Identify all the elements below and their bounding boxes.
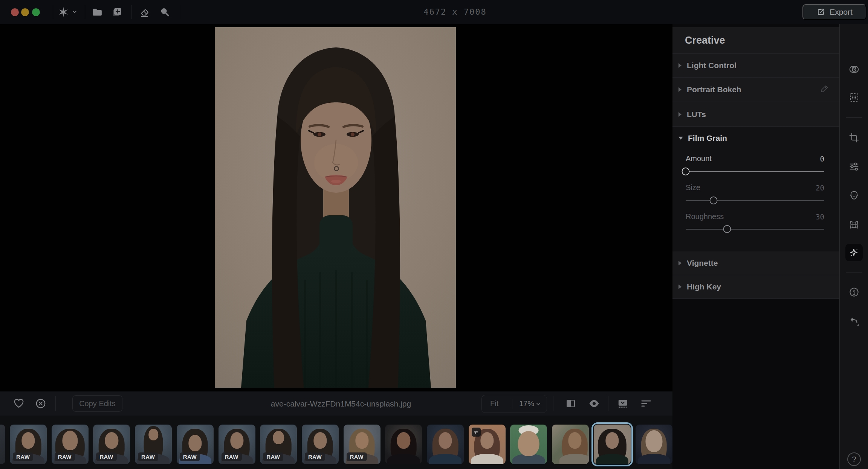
presets-tool[interactable]	[848, 64, 860, 75]
section-portrait-bokeh[interactable]: Portrait Bokeh	[672, 78, 839, 102]
filmstrip-thumbnail[interactable]: RAW	[135, 425, 172, 464]
slider-knob[interactable]	[682, 168, 690, 175]
thumbnail-photo-face	[355, 432, 368, 449]
filmstrip-thumbnail[interactable]	[636, 425, 672, 464]
section-label: LUTs	[687, 110, 706, 119]
traffic-light-minimize[interactable]	[21, 8, 29, 16]
section-vignette[interactable]: Vignette	[672, 251, 839, 275]
raw-badge: RAW	[180, 452, 200, 461]
favorite-button[interactable]	[13, 398, 24, 409]
slider-label: Roughness	[686, 212, 724, 221]
toolbar-divider	[53, 5, 53, 19]
overlapping-circles-icon	[848, 64, 860, 75]
filmstrip-thumbnail[interactable]: RAW	[302, 425, 339, 464]
creative-panel: Creative Light Control Portrait Bokeh LU…	[672, 27, 839, 299]
search-button[interactable]	[159, 6, 170, 18]
thumbnail-photo-face	[62, 431, 78, 451]
thumbnail-photo-body	[471, 454, 503, 464]
amount-slider-row: Amount 0	[686, 154, 824, 163]
fit-button[interactable]: Fit	[490, 399, 498, 408]
filmstrip-thumbnail[interactable]: RAW	[52, 425, 89, 464]
enhance-ai-button[interactable]	[58, 6, 69, 18]
filmstrip-thumbnail[interactable]: RAW	[344, 425, 381, 464]
enhance-ai-dropdown[interactable]	[72, 10, 77, 14]
filmstrip-thumbnail[interactable]	[552, 425, 589, 464]
mask-selection-icon	[848, 92, 860, 103]
amount-slider[interactable]	[686, 168, 824, 176]
compare-split-icon	[565, 398, 576, 409]
traffic-light-zoom[interactable]	[32, 8, 40, 16]
portrait-face-tool[interactable]	[848, 190, 860, 201]
pill-divider	[512, 399, 512, 409]
toolbar-divider	[608, 396, 608, 411]
thumbnail-photo-face	[397, 432, 410, 449]
sparkle-icon	[848, 247, 860, 258]
main-photo[interactable]	[215, 27, 456, 388]
zoom-control[interactable]: Fit 17%	[481, 395, 547, 413]
thumbnail-photo-face	[568, 432, 581, 449]
copy-edits-button[interactable]: Copy Edits	[72, 395, 122, 412]
thumbnail-photo-face	[645, 430, 662, 452]
filmstrip-thumbnail[interactable]	[427, 425, 464, 464]
filmstrip-thumbnail[interactable]: RAW	[219, 425, 255, 464]
reject-button[interactable]	[35, 398, 46, 409]
zoom-level-value[interactable]: 17%	[519, 399, 534, 408]
eye-icon	[588, 398, 600, 409]
slider-track[interactable]	[686, 229, 824, 230]
chevron-down-icon	[72, 10, 77, 14]
filmstrip-thumbnail[interactable]: RAW	[177, 425, 214, 464]
collapse-caret-icon	[679, 63, 682, 68]
mask-tool[interactable]	[848, 92, 860, 103]
toggle-filmstrip-button[interactable]	[617, 398, 628, 409]
thumbnail-photo-face	[605, 432, 619, 449]
section-luts[interactable]: LUTs	[672, 102, 839, 127]
filmstrip-thumbnail[interactable]	[469, 425, 506, 464]
help-button[interactable]: ?	[847, 452, 861, 466]
section-label: Portrait Bokeh	[687, 85, 741, 94]
compare-before-after-button[interactable]	[565, 398, 576, 409]
develop-adjustments-tool[interactable]	[848, 161, 860, 172]
filmstrip-thumbnail[interactable]: RAW	[260, 425, 297, 464]
filmstrip-thumbnail-selected[interactable]	[594, 425, 631, 464]
roughness-slider[interactable]	[686, 225, 824, 233]
slider-knob[interactable]	[723, 225, 731, 233]
preview-original-button[interactable]	[588, 398, 600, 409]
creative-tools-tab-active[interactable]	[845, 244, 863, 261]
image-dimensions-label: 4672 x 7008	[414, 7, 497, 17]
export-button[interactable]: Export	[802, 4, 866, 20]
editor-canvas[interactable]	[0, 24, 672, 391]
crop-tool[interactable]	[848, 132, 860, 143]
filmstrip-thumbnail[interactable]: RAW	[10, 425, 47, 464]
traffic-light-close[interactable]	[11, 8, 19, 16]
edit-mask-pen-icon[interactable]	[819, 85, 829, 94]
film-grain-header[interactable]: Film Grain	[672, 127, 839, 149]
slider-track[interactable]	[686, 200, 824, 201]
filmstrip-thumbnail[interactable]: RAW	[0, 425, 5, 464]
slider-track[interactable]	[686, 171, 824, 172]
rail-divider	[846, 273, 862, 273]
thumbnail-photo-face	[313, 432, 327, 449]
info-button[interactable]	[848, 286, 860, 298]
open-folder-button[interactable]	[92, 6, 103, 18]
thumbnail-photo-body	[559, 454, 589, 464]
size-slider-row: Size 20	[686, 183, 824, 192]
add-photos-icon	[111, 6, 122, 18]
filmstrip-thumbnail[interactable]	[510, 425, 547, 464]
info-icon	[848, 286, 860, 298]
filmstrip-thumbnail[interactable]: RAW	[93, 425, 130, 464]
section-light-control[interactable]: Light Control	[672, 54, 839, 78]
warp-distort-tool[interactable]	[848, 219, 860, 230]
chevron-down-icon	[536, 402, 541, 406]
thumbnail-photo-face	[105, 432, 118, 449]
undo-button[interactable]	[848, 316, 860, 327]
filmstrip-thumbnail[interactable]	[385, 425, 422, 464]
size-slider[interactable]	[686, 196, 824, 205]
expanded-caret-icon	[679, 137, 683, 140]
section-label: Light Control	[687, 61, 737, 70]
slider-knob[interactable]	[709, 196, 717, 204]
section-label: Film Grain	[688, 134, 727, 143]
erase-tool-button[interactable]	[139, 6, 151, 18]
add-photos-button[interactable]	[111, 6, 122, 18]
sort-button[interactable]	[640, 398, 652, 409]
section-high-key[interactable]: High Key	[672, 275, 839, 299]
